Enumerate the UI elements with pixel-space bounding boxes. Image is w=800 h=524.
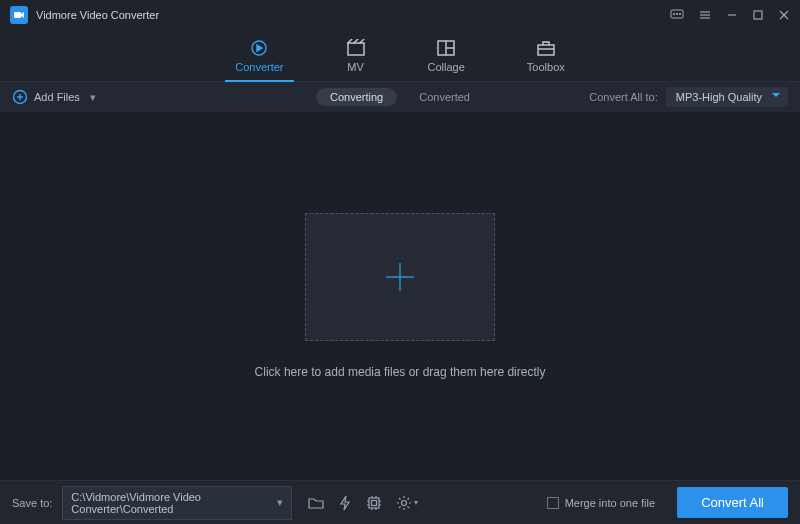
save-to-label: Save to: [12,497,52,509]
open-folder-icon[interactable] [306,493,326,513]
hardware-accel-icon[interactable] [336,493,354,513]
checkbox-icon [547,497,559,509]
titlebar: Vidmore Video Converter [0,0,800,30]
converter-icon [249,39,269,57]
add-files-label: Add Files [34,91,80,103]
tab-mv[interactable]: MV [342,30,370,81]
gpu-icon[interactable] [364,493,384,513]
svg-rect-0 [14,12,21,18]
tab-converter[interactable]: Converter [231,30,287,81]
output-format-select[interactable]: MP3-High Quality [666,87,788,107]
svg-point-34 [402,500,407,505]
feedback-icon[interactable] [670,8,684,22]
settings-icon[interactable]: ▾ [394,493,420,513]
close-icon[interactable] [778,9,790,21]
svg-point-3 [676,13,677,14]
save-path-select[interactable]: C:\Vidmore\Vidmore Video Converter\Conve… [62,486,292,520]
plus-circle-icon [12,89,28,105]
app-logo [10,6,28,24]
tab-label: Collage [428,61,465,73]
svg-point-2 [673,13,674,14]
dropzone[interactable] [305,213,495,341]
tab-label: Converter [235,61,283,73]
plus-icon [378,255,422,299]
pill-converted[interactable]: Converted [405,88,484,106]
sub-toolbar: Add Files ▾ Converting Converted Convert… [0,82,800,112]
minimize-icon[interactable] [726,9,738,21]
bottom-bar: Save to: C:\Vidmore\Vidmore Video Conver… [0,480,800,524]
svg-rect-13 [348,43,364,55]
svg-rect-9 [754,11,762,19]
toolbox-icon [536,39,556,57]
svg-rect-25 [372,500,377,505]
svg-rect-24 [369,498,379,508]
workspace: Click here to add media files or drag th… [0,112,800,480]
tab-label: Toolbox [527,61,565,73]
chevron-down-icon: ▾ [90,91,96,104]
tab-collage[interactable]: Collage [424,30,469,81]
main-tabs: Converter MV Collage Toolbox [0,30,800,82]
bottom-tool-icons: ▾ [306,493,420,513]
menu-icon[interactable] [698,8,712,22]
app-title: Vidmore Video Converter [36,9,670,21]
mv-icon [346,39,366,57]
save-path-value: C:\Vidmore\Vidmore Video Converter\Conve… [71,491,277,515]
add-files-button[interactable]: Add Files ▾ [12,89,96,105]
maximize-icon[interactable] [752,9,764,21]
merge-checkbox[interactable]: Merge into one file [547,497,656,509]
pill-converting[interactable]: Converting [316,88,397,106]
chevron-down-icon: ▾ [277,496,283,509]
window-controls [670,8,790,22]
convert-all-button[interactable]: Convert All [677,487,788,518]
tab-label: MV [347,61,364,73]
tab-toolbox[interactable]: Toolbox [523,30,569,81]
svg-point-4 [679,13,680,14]
convert-all-label: Convert All to: [589,91,657,103]
help-text: Click here to add media files or drag th… [255,365,546,379]
svg-rect-17 [538,45,554,55]
collage-icon [436,39,456,57]
status-filter: Converting Converted [316,88,484,106]
convert-all-to: Convert All to: MP3-High Quality [589,87,788,107]
merge-label: Merge into one file [565,497,656,509]
